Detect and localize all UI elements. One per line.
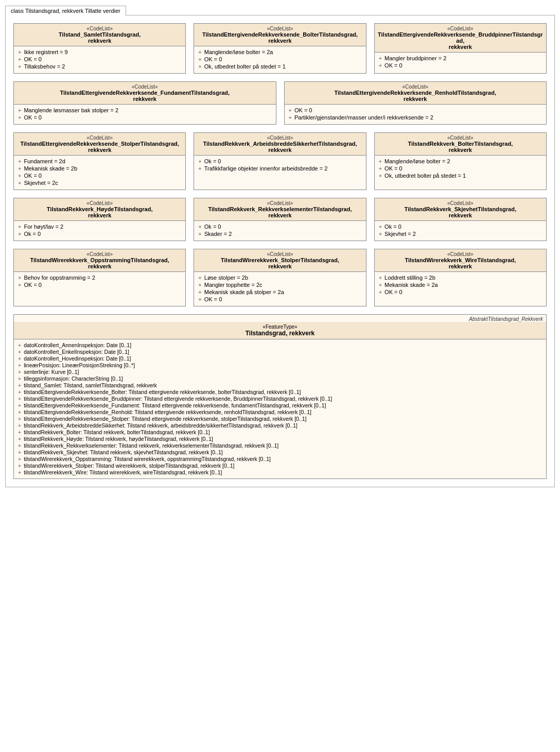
- list-item: +tilstandWirerekkverk_Oppstramming: Tils…: [18, 456, 542, 462]
- item-text: tilstandWirerekkverk_Stolper: Tilstand w…: [24, 463, 542, 469]
- plus-icon: +: [18, 355, 21, 362]
- list-item: +senterlinje: Kurve [0..1]: [18, 369, 542, 375]
- list-item: +tilstandWirerekkverk_Stolper: Tilstand …: [18, 463, 542, 469]
- feature-stereotype: «FeatureType»: [17, 324, 543, 330]
- plus-icon: +: [18, 224, 21, 230]
- list-item: +Ok = 0: [18, 231, 181, 237]
- uml-box-13-body: +Løse stolper = 2b +Mangler topphette = …: [194, 272, 365, 306]
- list-item: +tilstandRekkverk_Høyde: Tilstand rekkve…: [18, 436, 542, 442]
- plus-icon: +: [18, 158, 21, 164]
- plus-icon: +: [18, 382, 21, 388]
- item-text: Ok = 0: [24, 231, 181, 237]
- item-text: Loddrett stilling = 2b: [384, 275, 542, 281]
- item-text: tilstandEttergivendeRekkverksende_Renhol…: [24, 409, 542, 415]
- list-item: +Ok, utbedret bolter på stedet = 1: [198, 63, 361, 70]
- list-item: +Trafikkfarlige objekter innenfor arbeid…: [198, 165, 361, 172]
- item-text: tilstandEttergivendeRekkverksende_Stolpe…: [24, 416, 542, 422]
- uml-box-2-body: +Manglende/løse bolter = 2a +OK = 0 +Ok,…: [194, 46, 365, 73]
- plus-icon: +: [18, 49, 21, 55]
- uml-box-4: «CodeList» TilstandEttergivendeRekkverks…: [13, 81, 276, 125]
- plus-icon: +: [379, 55, 382, 61]
- class-name-2: TilstandEttergivendeRekkverksende_Bolter…: [197, 31, 362, 44]
- stereotype-8: «CodeList»: [378, 135, 543, 141]
- item-text: Manglende løsmasser bak stolper = 2: [24, 107, 271, 113]
- plus-icon: +: [18, 442, 21, 449]
- item-text: Løse stolper = 2b: [204, 275, 362, 281]
- item-text: OK = 0: [204, 56, 362, 62]
- uml-box-12-header: «CodeList» TilstandWirerekkverk_Oppstram…: [14, 249, 185, 272]
- plus-icon: +: [18, 114, 21, 121]
- plus-icon: +: [379, 224, 382, 230]
- plus-icon: +: [198, 63, 201, 70]
- uml-box-8-body: +Manglende/løse bolter = 2 +OK = 0 +Ok, …: [375, 156, 546, 182]
- uml-box-5-header: «CodeList» TilstandEttergivendeRekkverks…: [285, 82, 547, 105]
- uml-box-2-header: «CodeList» TilstandEttergivendeRekkverks…: [194, 24, 365, 46]
- item-text: tilstandWirerekkverk_Wire: Tilstand wire…: [24, 469, 542, 475]
- item-text: OK = 0: [24, 56, 181, 62]
- uml-box-6-body: +Fundament = 2d +Mekanisk skade = 2b +OK…: [14, 156, 185, 190]
- list-item: +Løse stolper = 2b: [198, 275, 361, 281]
- plus-icon: +: [18, 165, 21, 172]
- plus-icon: +: [18, 342, 21, 348]
- item-text: OK = 0: [384, 289, 542, 295]
- list-item: +tilstandRekkverk_Bolter: Tilstand rekkv…: [18, 429, 542, 435]
- list-item: +Skader = 2: [198, 231, 361, 237]
- item-text: Manglende/løse bolter = 2: [384, 158, 542, 164]
- class-name-7: TilstandRekkverk_ArbeidsbreddeSikkerhetT…: [197, 141, 362, 153]
- plus-icon: +: [18, 349, 21, 355]
- list-item: +OK = 0: [18, 173, 181, 179]
- item-text: Ok = 0: [384, 224, 542, 230]
- list-item: +Manglende løsmasser bak stolper = 2: [18, 107, 272, 113]
- item-text: tilstandWirerekkverk_Oppstramming: Tilst…: [24, 456, 542, 462]
- stereotype-12: «CodeList»: [17, 251, 182, 257]
- list-item: +Mangler bruddpinner = 2: [379, 55, 542, 61]
- list-item: +OK = 0: [18, 282, 181, 288]
- list-item: +tilstandEttergivendeRekkverksende_Renho…: [18, 409, 542, 415]
- feature-class-name: Tilstandsgrad, rekkverk: [17, 330, 543, 337]
- item-text: Mekanisk skade = 2a: [384, 282, 542, 288]
- uml-box-2: «CodeList» TilstandEttergivendeRekkverks…: [194, 23, 366, 74]
- item-text: For høyt/lav = 2: [24, 224, 181, 230]
- uml-box-10-header: «CodeList» TilstandRekkverk_Rekkverksele…: [194, 198, 365, 221]
- item-text: tilleggsinformasjon: CharacterString [0.…: [24, 375, 542, 382]
- plus-icon: +: [18, 429, 21, 435]
- stereotype-4: «CodeList»: [17, 84, 273, 90]
- item-text: senterlinje: Kurve [0..1]: [24, 369, 542, 375]
- item-text: Skader = 2: [204, 231, 362, 237]
- plus-icon: +: [18, 56, 21, 62]
- plus-icon: +: [379, 289, 382, 295]
- list-item: +OK = 0: [379, 289, 542, 295]
- list-item: +Mekanisk skade = 2b: [18, 165, 181, 172]
- list-item: +OK = 0: [289, 107, 542, 113]
- item-text: datoKontrollert_AnnenInspeksjon: Date [0…: [24, 342, 542, 348]
- item-text: Skjevhet = 2c: [24, 180, 181, 186]
- item-text: OK = 0: [24, 282, 181, 288]
- item-text: OK = 0: [294, 107, 542, 113]
- plus-icon: +: [18, 282, 21, 288]
- uml-box-3-body: +Mangler bruddpinner = 2 +OK = 0: [375, 53, 546, 72]
- stereotype-14: «CodeList»: [378, 251, 543, 257]
- list-item: +Fundament = 2d: [18, 158, 181, 164]
- item-text: OK = 0: [384, 62, 542, 69]
- plus-icon: +: [18, 180, 21, 186]
- uml-box-9-body: +For høyt/lav = 2 +Ok = 0: [14, 221, 185, 241]
- plus-icon: +: [379, 165, 382, 172]
- stereotype-5: «CodeList»: [288, 84, 544, 90]
- list-item: +lineærPosisjon: LineærPosisjonStrekning…: [18, 362, 542, 368]
- uml-box-8: «CodeList» TilstandRekkverk_BolterTilsta…: [374, 132, 547, 190]
- class-name-14: TilstandWirerekkverk_WireTilstandsgrad,r…: [378, 257, 543, 269]
- plus-icon: +: [18, 436, 21, 442]
- uml-box-14: «CodeList» TilstandWirerekkverk_WireTils…: [374, 249, 547, 306]
- list-item: +Mangler topphette = 2c: [198, 282, 361, 288]
- list-item: +tilstandEttergivendeRekkverksende_Funda…: [18, 402, 542, 408]
- item-text: tilstandRekkverk_Rekkverkselementer: Til…: [24, 442, 542, 449]
- item-text: tilstandRekkverk_ArbeidsbreddeSikkerhet:…: [24, 422, 542, 429]
- list-item: +tilstandEttergivendeRekkverksende_Bolte…: [18, 389, 542, 395]
- list-item: +OK = 0: [18, 114, 272, 121]
- plus-icon: +: [18, 63, 21, 70]
- uml-box-8-header: «CodeList» TilstandRekkverk_BolterTilsta…: [375, 133, 546, 156]
- item-text: tilstandEttergivendeRekkverksende_Fundam…: [24, 402, 542, 408]
- list-item: +Partikler/gjenstander/masser under/i re…: [289, 114, 542, 121]
- list-item: +tilleggsinformasjon: CharacterString [0…: [18, 375, 542, 382]
- item-text: Ok = 0: [204, 158, 362, 164]
